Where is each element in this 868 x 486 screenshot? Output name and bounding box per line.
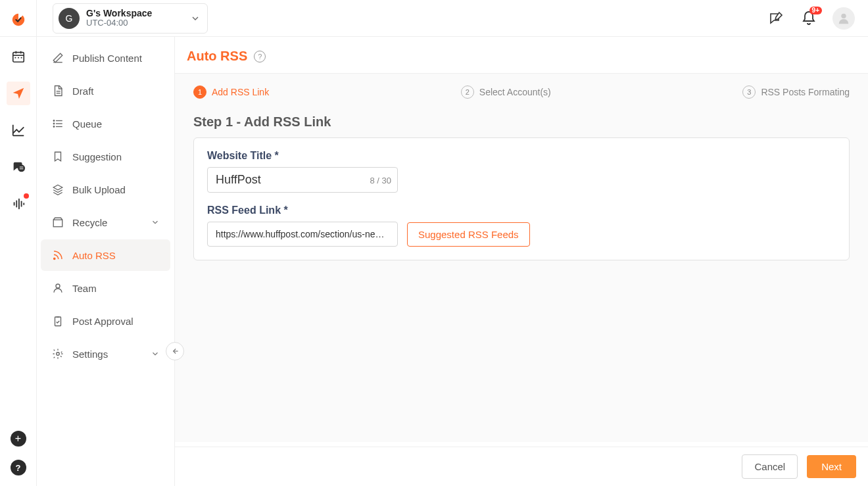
- audio-icon[interactable]: [7, 192, 30, 216]
- sidebar-item-settings[interactable]: Settings: [41, 338, 170, 370]
- svg-point-30: [57, 352, 60, 356]
- step-rss-posts-formating[interactable]: 3 RSS Posts Formating: [742, 85, 850, 99]
- document-icon: [51, 84, 64, 97]
- workspace-selector[interactable]: G G's Workspace UTC-04:00: [53, 3, 208, 34]
- bookmark-icon: [51, 150, 64, 163]
- svg-point-27: [54, 258, 55, 259]
- add-button[interactable]: +: [11, 431, 26, 447]
- sidebar-item-label: Recycle: [72, 217, 107, 228]
- step-number: 3: [742, 85, 756, 99]
- step-select-accounts[interactable]: 2 Select Account(s): [461, 85, 551, 99]
- cancel-button[interactable]: Cancel: [742, 454, 798, 479]
- sidebar-item-label: Draft: [72, 85, 94, 97]
- char-counter: 8 / 30: [370, 175, 391, 185]
- layers-icon: [51, 183, 64, 196]
- content-area: 1 Add RSS Link 2 Select Account(s) 3 RSS…: [175, 73, 868, 442]
- footer: Cancel Next: [175, 447, 868, 486]
- step-label: Select Account(s): [479, 87, 551, 97]
- send-icon[interactable]: [7, 82, 30, 105]
- user-avatar[interactable]: [832, 7, 855, 30]
- main-content: Auto RSS ? 1 Add RSS Link 2 Select Accou…: [175, 37, 868, 486]
- sidebar-item-bulk-upload[interactable]: Bulk Upload: [41, 174, 170, 205]
- help-icon[interactable]: ?: [254, 51, 266, 62]
- sidebar-item-auto-rss[interactable]: Auto RSS: [41, 239, 170, 271]
- list-icon: [51, 117, 64, 130]
- svg-marker-25: [53, 185, 62, 190]
- step-number: 2: [461, 85, 474, 99]
- sidebar-item-label: Post Approval: [72, 316, 133, 327]
- clipboard-check-icon: [51, 314, 64, 328]
- sidebar: Publish Content Draft Queue Suggestion B…: [37, 37, 175, 486]
- chevron-down-icon: [190, 13, 201, 24]
- workspace-avatar: G: [59, 8, 80, 29]
- svg-point-23: [53, 123, 55, 124]
- sidebar-item-label: Auto RSS: [72, 250, 116, 261]
- analytics-icon[interactable]: [7, 118, 30, 142]
- page-header: Auto RSS ?: [175, 37, 868, 73]
- gear-icon: [51, 347, 64, 360]
- notification-dot: [24, 193, 29, 199]
- form-card: Website Title * 8 / 30 RSS Feed Link * S…: [193, 137, 850, 260]
- sidebar-item-post-approval[interactable]: Post Approval: [41, 305, 170, 337]
- svg-rect-26: [53, 220, 62, 227]
- svg-point-28: [56, 284, 60, 288]
- website-title-label: Website Title *: [207, 150, 836, 162]
- box-icon: [51, 216, 64, 229]
- step-number: 1: [193, 85, 206, 99]
- person-icon: [51, 281, 64, 295]
- workspace-name: G's Workspace: [86, 8, 152, 18]
- help-button[interactable]: ?: [11, 460, 26, 475]
- svg-rect-29: [55, 317, 61, 326]
- chat-icon[interactable]: [7, 155, 30, 179]
- page-title: Auto RSS: [187, 49, 247, 64]
- step-label: Add RSS Link: [212, 87, 269, 97]
- calendar-icon[interactable]: [7, 45, 30, 68]
- sidebar-item-recycle[interactable]: Recycle: [41, 207, 170, 238]
- svg-point-15: [841, 13, 846, 18]
- sidebar-item-label: Settings: [72, 349, 108, 360]
- sidebar-item-label: Bulk Upload: [72, 184, 126, 195]
- sidebar-item-label: Queue: [72, 118, 102, 130]
- svg-point-9: [18, 164, 25, 172]
- svg-point-24: [53, 126, 55, 128]
- rss-feed-link-label: RSS Feed Link *: [207, 205, 836, 216]
- sidebar-item-label: Suggestion: [72, 151, 122, 162]
- bell-icon[interactable]: 9+: [800, 9, 818, 28]
- sidebar-item-queue[interactable]: Queue: [41, 108, 170, 139]
- sidebar-item-team[interactable]: Team: [41, 272, 170, 304]
- stepper: 1 Add RSS Link 2 Select Account(s) 3 RSS…: [175, 74, 868, 104]
- topbar: G G's Workspace UTC-04:00 9+: [0, 0, 868, 37]
- collapse-sidebar-button[interactable]: [166, 342, 184, 360]
- compose-icon[interactable]: [767, 9, 785, 28]
- sidebar-item-draft[interactable]: Draft: [41, 75, 170, 107]
- next-button[interactable]: Next: [807, 455, 856, 478]
- suggested-rss-feeds-button[interactable]: Suggested RSS Feeds: [407, 222, 530, 247]
- sidebar-item-label: Team: [72, 283, 97, 294]
- chevron-down-icon: [151, 218, 160, 227]
- pencil-icon: [51, 51, 64, 64]
- step-label: RSS Posts Formating: [761, 87, 850, 97]
- chevron-down-icon: [151, 349, 160, 358]
- sidebar-item-suggestion[interactable]: Suggestion: [41, 141, 170, 172]
- sidebar-item-publish-content[interactable]: Publish Content: [41, 42, 170, 74]
- rss-feed-link-input[interactable]: [207, 222, 398, 247]
- workspace-timezone: UTC-04:00: [86, 18, 152, 28]
- step-heading: Step 1 - Add RSS Link: [175, 104, 868, 137]
- icon-rail: + ?: [0, 0, 37, 486]
- sidebar-item-label: Publish Content: [72, 53, 142, 64]
- rss-icon: [51, 249, 64, 262]
- svg-point-22: [53, 120, 55, 122]
- notification-badge: 9+: [809, 7, 822, 14]
- step-add-rss-link[interactable]: 1 Add RSS Link: [193, 85, 269, 99]
